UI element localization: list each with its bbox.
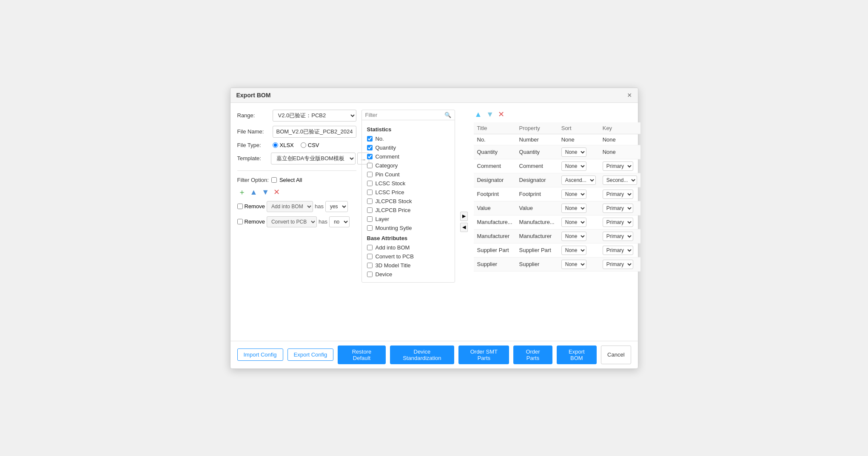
key-select[interactable]: Primary (603, 218, 633, 227)
checkbox-converttopcb[interactable] (367, 254, 373, 259)
check-item-converttopcb[interactable]: Convert to PCB (362, 252, 455, 261)
delete-filter-button[interactable]: ✕ (273, 187, 281, 197)
check-item-lcscstock[interactable]: LCSC Stock (362, 179, 455, 188)
check-item-device[interactable]: Device (362, 270, 455, 279)
sort-select[interactable]: None (561, 218, 586, 227)
remove-checkbox-2-label[interactable]: Remove (237, 218, 265, 225)
check-item-no[interactable]: No. (362, 134, 455, 143)
collapse-left-button[interactable]: ◀ (460, 223, 468, 232)
sort-select[interactable]: None (561, 147, 586, 157)
check-label-jlcpcbprice: JLCPCB Price (376, 207, 411, 213)
check-label-comment: Comment (376, 153, 399, 160)
col-header-sort: Sort (558, 122, 599, 134)
sort-select[interactable]: None (561, 260, 586, 269)
check-item-quantity[interactable]: Quantity (362, 143, 455, 152)
filter-search-input[interactable] (365, 112, 442, 118)
device-std-button[interactable]: Device Standardization (390, 346, 455, 364)
key-select[interactable]: Primary (603, 246, 633, 255)
move-up-column-button[interactable]: ▲ (474, 110, 483, 119)
checkbox-lcscstock[interactable] (367, 181, 373, 186)
checkbox-mounting[interactable] (367, 225, 373, 231)
col-header-key: Key (599, 122, 640, 134)
remove-checkbox-2[interactable] (237, 219, 243, 224)
xlsx-radio[interactable] (273, 142, 278, 148)
check-item-category[interactable]: Category (362, 161, 455, 170)
sort-select[interactable]: Ascend... (561, 176, 596, 185)
check-item-layer[interactable]: Layer (362, 215, 455, 224)
key-select[interactable]: Primary (603, 204, 633, 213)
checkbox-addintobom[interactable] (367, 245, 373, 250)
select-all-checkbox[interactable] (271, 177, 277, 183)
filter-field-select-2[interactable]: Convert to PCB (267, 216, 317, 227)
xlsx-radio-label[interactable]: XLSX (273, 142, 294, 148)
checkbox-jlcpcbstock[interactable] (367, 198, 373, 204)
cancel-button[interactable]: Cancel (601, 346, 631, 364)
check-label-lcscstock: LCSC Stock (376, 180, 406, 187)
row-key: Primary (599, 257, 640, 271)
checkbox-no[interactable] (367, 136, 373, 142)
key-select[interactable]: Primary (603, 232, 633, 241)
checkbox-category[interactable] (367, 163, 373, 168)
check-label-mounting: Mounting Sytle (376, 225, 412, 231)
left-panel: Range: V2.0已验证：PCB2 File Name: File Type… (237, 110, 356, 334)
restore-default-button[interactable]: Restore Default (338, 346, 385, 364)
move-up-filter-button[interactable]: ▲ (249, 187, 259, 197)
order-parts-button[interactable]: Order Parts (513, 346, 552, 364)
export-bom-button[interactable]: Export BOM (557, 346, 597, 364)
sort-select[interactable]: None (561, 161, 586, 171)
remove-checkbox-1[interactable] (237, 204, 243, 209)
checkbox-3dmodeltitle[interactable] (367, 263, 373, 268)
export-config-button[interactable]: Export Config (287, 348, 334, 361)
select-all-label: Select All (279, 177, 302, 183)
sort-select[interactable]: None (561, 190, 586, 199)
sort-select[interactable]: None (561, 232, 586, 241)
checkbox-device[interactable] (367, 272, 373, 277)
expand-right-button[interactable]: ▶ (460, 212, 468, 221)
move-down-filter-button[interactable]: ▼ (261, 187, 270, 197)
filter-field-select-1[interactable]: Add into BOM (267, 201, 313, 212)
check-item-jlcpcbstock[interactable]: JLCPCB Stock (362, 197, 455, 206)
check-item-comment[interactable]: Comment (362, 152, 455, 161)
template-select[interactable]: 嘉立创EDA专业版BOM模板 (271, 153, 356, 164)
check-item-mounting[interactable]: Mounting Sytle (362, 224, 455, 232)
row-key: None (599, 134, 640, 145)
check-label-jlcpcbstock: JLCPCB Stock (376, 198, 412, 204)
checkbox-quantity[interactable] (367, 145, 373, 150)
row-title: Quantity (474, 145, 516, 159)
import-config-button[interactable]: Import Config (237, 348, 283, 361)
range-select[interactable]: V2.0已验证：PCB2 (273, 110, 356, 122)
delete-column-button[interactable]: ✕ (497, 110, 505, 119)
sort-select[interactable]: None (561, 204, 586, 213)
checkbox-jlcpcbprice[interactable] (367, 207, 373, 213)
csv-radio[interactable] (301, 142, 306, 148)
row-sort: None (558, 134, 599, 145)
remove-checkbox-1-label[interactable]: Remove (237, 203, 265, 210)
filter-value-select-1[interactable]: yes (325, 201, 348, 212)
row-sort: None (558, 243, 599, 257)
filename-input[interactable] (273, 126, 356, 138)
checkbox-layer[interactable] (367, 216, 373, 222)
remove-label-2: Remove (245, 218, 265, 225)
check-item-3dmodeltitle[interactable]: 3D Model Title (362, 261, 455, 270)
check-item-addintobom[interactable]: Add into BOM (362, 243, 455, 252)
filter-has-2: has (319, 218, 327, 225)
move-down-column-button[interactable]: ▼ (485, 110, 495, 119)
checkbox-pincount[interactable] (367, 172, 373, 177)
key-select[interactable]: Primary (603, 190, 633, 199)
key-select[interactable]: Second... (603, 176, 637, 185)
checkbox-lcscprice[interactable] (367, 190, 373, 195)
row-property: Value (516, 201, 558, 215)
row-sort: None (558, 257, 599, 271)
csv-radio-label[interactable]: CSV (301, 142, 319, 148)
filter-value-select-2[interactable]: no (329, 216, 350, 227)
close-button[interactable]: × (627, 91, 632, 99)
check-item-lcscprice[interactable]: LCSC Price (362, 188, 455, 197)
key-select[interactable]: Primary (603, 161, 633, 171)
check-item-pincount[interactable]: Pin Count (362, 170, 455, 179)
order-smt-button[interactable]: Order SMT Parts (458, 346, 509, 364)
key-select[interactable]: Primary (603, 260, 633, 269)
checkbox-comment[interactable] (367, 154, 373, 159)
sort-select[interactable]: None (561, 246, 586, 255)
check-item-jlcpcbprice[interactable]: JLCPCB Price (362, 206, 455, 215)
add-filter-button[interactable]: ＋ (237, 187, 247, 197)
